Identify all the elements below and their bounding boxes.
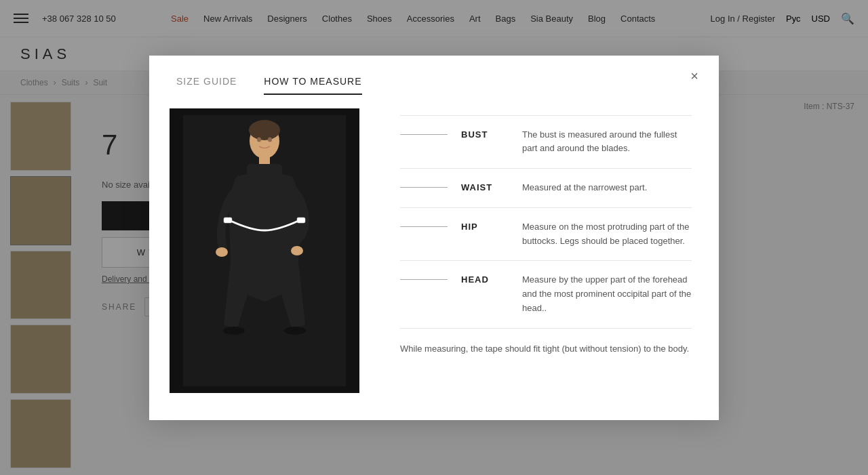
svg-point-6 bbox=[291, 246, 303, 255]
svg-point-10 bbox=[284, 327, 306, 335]
svg-rect-7 bbox=[224, 218, 232, 223]
how-to-measure-modal: SIZE GUIDE HOW TO MEASURE × bbox=[149, 56, 719, 420]
hip-desc: Measure on the most protruding part of t… bbox=[522, 220, 692, 249]
modal-header: SIZE GUIDE HOW TO MEASURE × bbox=[149, 56, 719, 95]
hip-line bbox=[400, 226, 448, 227]
person-illustration bbox=[183, 115, 346, 386]
head-label: HEAD bbox=[461, 273, 509, 285]
measurement-waist: WAIST Measured at the narrowest part. bbox=[400, 169, 692, 208]
svg-point-13 bbox=[268, 137, 272, 142]
measurement-hip: HIP Measure on the most protruding part … bbox=[400, 208, 692, 262]
head-line bbox=[400, 279, 448, 280]
svg-point-12 bbox=[257, 137, 261, 142]
svg-point-5 bbox=[216, 247, 228, 257]
waist-label: WAIST bbox=[461, 181, 509, 192]
bust-desc: The bust is measured around the fullest … bbox=[522, 128, 692, 157]
head-desc: Measure by the upper part of the forehea… bbox=[522, 273, 692, 315]
modal-tabs: SIZE GUIDE HOW TO MEASURE bbox=[176, 76, 362, 95]
modal-content-col: BUST The bust is measured around the ful… bbox=[400, 108, 692, 393]
hip-label: HIP bbox=[461, 220, 509, 232]
svg-point-9 bbox=[223, 327, 245, 335]
modal-note: While measuring, the tape should fit tig… bbox=[400, 329, 692, 356]
svg-rect-8 bbox=[297, 218, 305, 223]
modal-body: BUST The bust is measured around the ful… bbox=[149, 95, 719, 420]
tab-how-to-measure[interactable]: HOW TO MEASURE bbox=[264, 76, 361, 95]
waist-line bbox=[400, 187, 448, 188]
bust-label: BUST bbox=[461, 128, 509, 140]
modal-close-button[interactable]: × bbox=[690, 69, 698, 83]
waist-desc: Measured at the narrowest part. bbox=[522, 181, 692, 195]
figure-image bbox=[170, 108, 359, 393]
measurement-head: HEAD Measure by the upper part of the fo… bbox=[400, 261, 692, 328]
measurement-bust: BUST The bust is measured around the ful… bbox=[400, 115, 692, 169]
tab-size-guide[interactable]: SIZE GUIDE bbox=[176, 76, 237, 95]
modal-image-col bbox=[170, 108, 380, 393]
bust-line bbox=[400, 134, 448, 135]
svg-point-11 bbox=[249, 120, 280, 140]
